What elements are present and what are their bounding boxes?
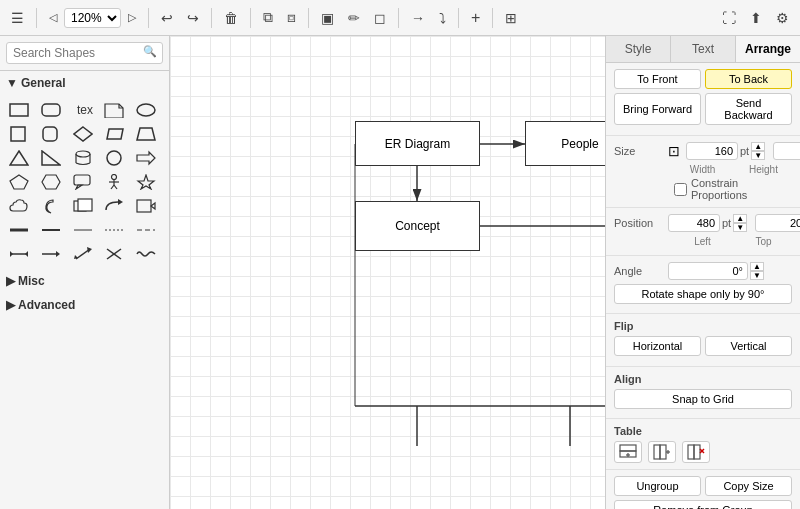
shape-diamond[interactable] — [70, 123, 96, 145]
zoom-out-button[interactable]: ◁ — [44, 8, 62, 27]
copy-button[interactable]: ⧉ — [258, 6, 278, 29]
angle-down[interactable]: ▼ — [750, 271, 764, 280]
ungroup-button[interactable]: Ungroup — [614, 476, 701, 496]
size-width-down[interactable]: ▼ — [751, 151, 765, 160]
to-front-button[interactable]: To Front — [614, 69, 701, 89]
shape-curved-arrow[interactable] — [101, 195, 127, 217]
shape-rect-2[interactable] — [70, 195, 96, 217]
shape-pentagon[interactable] — [6, 171, 32, 193]
flip-horizontal-button[interactable]: Horizontal — [614, 336, 701, 356]
position-left-up[interactable]: ▲ — [733, 214, 747, 223]
redo-button[interactable]: ↪ — [182, 7, 204, 29]
shape-dots[interactable] — [101, 219, 127, 241]
to-back-button[interactable]: To Back — [705, 69, 792, 89]
table-delete-button[interactable] — [682, 441, 710, 463]
shape-circle[interactable] — [101, 147, 127, 169]
search-input[interactable] — [6, 42, 163, 64]
size-col-labels: Width Height — [614, 164, 792, 175]
shape-ellipse[interactable] — [133, 99, 159, 121]
fullscreen-button[interactable]: ⛶ — [717, 7, 741, 29]
section-misc[interactable]: ▶ Misc — [0, 269, 169, 293]
shape-pentagon-2[interactable] — [133, 195, 159, 217]
connector-button[interactable]: ⤵ — [434, 7, 451, 29]
canvas[interactable]: ER Diagram People Concept Matter Procedu… — [170, 36, 605, 509]
angle-input[interactable] — [668, 262, 748, 280]
table-insert-col-button[interactable] — [648, 441, 676, 463]
shape-arrow-diagonal[interactable] — [70, 243, 96, 265]
shape-button[interactable]: ◻ — [369, 7, 391, 29]
size-height-input[interactable] — [773, 142, 800, 160]
grid-button[interactable]: ⊞ — [500, 7, 522, 29]
arrow-button[interactable]: → — [406, 7, 430, 29]
send-backward-button[interactable]: Send Backward — [705, 93, 792, 125]
shape-line-medium[interactable] — [38, 219, 64, 241]
export-button[interactable]: ⬆ — [745, 7, 767, 29]
shape-arrow-right[interactable] — [133, 147, 159, 169]
size-width-up[interactable]: ▲ — [751, 142, 765, 151]
shape-rounded-rect[interactable] — [38, 99, 64, 121]
bring-forward-button[interactable]: Bring Forward — [614, 93, 701, 125]
shape-parallelogram[interactable] — [101, 123, 127, 145]
undo-button[interactable]: ↩ — [156, 7, 178, 29]
position-label: Position — [614, 217, 664, 229]
shape-square[interactable] — [6, 123, 32, 145]
shape-crescent[interactable] — [38, 195, 64, 217]
table-insert-row-button[interactable] — [614, 441, 642, 463]
tab-style[interactable]: Style — [606, 36, 671, 62]
shape-rectangle[interactable] — [6, 99, 32, 121]
settings-button[interactable]: ⚙ — [771, 7, 794, 29]
remove-from-group-button[interactable]: Remove from Group — [614, 500, 792, 509]
shape-cylinder[interactable] — [70, 147, 96, 169]
shape-callout[interactable] — [70, 171, 96, 193]
insert-button[interactable]: + — [466, 6, 485, 30]
constrain-checkbox[interactable] — [674, 183, 687, 196]
shape-line-solid-thick[interactable] — [6, 219, 32, 241]
tab-text[interactable]: Text — [671, 36, 736, 62]
menu-button[interactable]: ☰ — [6, 7, 29, 29]
tab-arrange[interactable]: Arrange — [736, 36, 800, 62]
svg-rect-69 — [654, 445, 660, 459]
shape-triangle[interactable] — [6, 147, 32, 169]
size-width-unit: pt — [740, 145, 749, 157]
shape-line-thin[interactable] — [70, 219, 96, 241]
shape-person[interactable] — [101, 171, 127, 193]
shape-dash[interactable] — [133, 219, 159, 241]
flip-vertical-button[interactable]: Vertical — [705, 336, 792, 356]
shape-text[interactable]: text — [70, 99, 96, 121]
snap-to-grid-button[interactable]: Snap to Grid — [614, 389, 792, 409]
shape-trapezoid[interactable] — [133, 123, 159, 145]
ungroup-copysize-btns: Ungroup Copy Size — [614, 476, 792, 496]
shape-arrow-right-2[interactable] — [38, 243, 64, 265]
panel-tabs: Style Text Arrange — [606, 36, 800, 63]
node-people[interactable]: People — [525, 121, 605, 166]
shape-arrow-double[interactable] — [6, 243, 32, 265]
divider-4 — [250, 8, 251, 28]
node-concept[interactable]: Concept — [355, 201, 480, 251]
fill-button[interactable]: ▣ — [316, 7, 339, 29]
shape-cross[interactable] — [101, 243, 127, 265]
angle-up[interactable]: ▲ — [750, 262, 764, 271]
svg-marker-28 — [118, 199, 123, 205]
position-row: Position pt ▲ ▼ pt ▲ ▼ — [614, 214, 792, 232]
rotate-shape-button[interactable]: Rotate shape only by 90° — [614, 284, 792, 304]
pen-button[interactable]: ✏ — [343, 7, 365, 29]
position-left-down[interactable]: ▼ — [733, 223, 747, 232]
delete-button[interactable]: 🗑 — [219, 7, 243, 29]
shape-rounded-square[interactable] — [38, 123, 64, 145]
position-top-input[interactable] — [755, 214, 800, 232]
shape-cloud[interactable] — [6, 195, 32, 217]
paste-button[interactable]: ⧈ — [282, 6, 301, 29]
shape-hexagon[interactable] — [38, 171, 64, 193]
copy-size-button[interactable]: Copy Size — [705, 476, 792, 496]
size-width-input[interactable] — [686, 142, 738, 160]
section-advanced[interactable]: ▶ Advanced — [0, 293, 169, 317]
zoom-in-button[interactable]: ▷ — [123, 8, 141, 27]
position-left-input[interactable] — [668, 214, 720, 232]
shape-right-triangle[interactable] — [38, 147, 64, 169]
shape-star[interactable] — [133, 171, 159, 193]
shape-squiggle[interactable] — [133, 243, 159, 265]
zoom-select[interactable]: 120% 100% 150% — [64, 8, 121, 28]
shape-note[interactable] — [101, 99, 127, 121]
node-er-diagram[interactable]: ER Diagram — [355, 121, 480, 166]
section-general[interactable]: ▼ General — [0, 71, 169, 95]
